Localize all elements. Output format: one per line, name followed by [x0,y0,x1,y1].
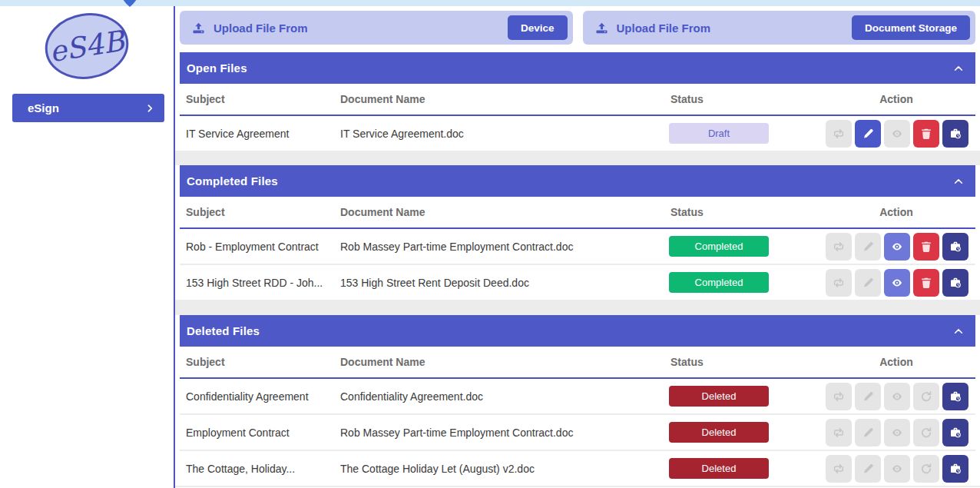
column-header-subject: Subject [180,356,340,368]
section-header-deleted-files[interactable]: Deleted Files [180,315,975,347]
resend-icon [833,241,845,253]
restore-icon [920,390,932,403]
edit-button [855,383,881,410]
view-icon [891,277,903,289]
column-header-action: Action [822,356,975,368]
audit-icon [949,128,962,140]
sidebar: eS4B eSign [0,6,174,488]
restore-button [913,383,939,410]
view-button[interactable] [884,269,910,297]
delete-icon [920,128,932,140]
section-header-completed-files[interactable]: Completed Files [180,165,975,197]
edit-button [855,269,881,297]
view-icon [891,390,903,403]
audit-icon [949,241,962,253]
view-button[interactable] [884,233,910,261]
upload-bar-device: Upload File From Device [180,11,573,45]
upload-icon [192,22,205,35]
resend-icon [833,427,845,439]
upload-document-storage-button[interactable]: Document Storage [852,15,970,40]
upload-bar-document-storage: Upload File From Document Storage [583,11,976,45]
column-header-document-name: Document Name [340,356,669,368]
section-gap [175,151,980,165]
section-open-files: Open Files Subject Document Name Status … [180,52,975,151]
edit-button[interactable] [855,120,881,148]
view-button [884,455,910,483]
edit-button [855,233,881,261]
section-deleted-files: Deleted Files Subject Document Name Stat… [180,315,975,486]
upload-label: Upload File From [214,22,508,35]
column-header-document-name: Document Name [340,206,669,218]
restore-icon [920,463,932,475]
audit-icon [949,427,962,439]
table-row: Rob - Employment Contract Rob Massey Par… [180,229,975,265]
bottom-divider [175,486,980,487]
view-icon [891,241,903,253]
status-badge: Draft [669,123,769,144]
edit-icon [862,128,874,140]
delete-button[interactable] [913,269,939,297]
audit-history-button[interactable] [942,455,968,483]
table-row: 153 High Street RDD - Joh... 153 High St… [180,265,975,300]
view-button [884,383,910,410]
status-badge: Deleted [669,422,769,443]
audit-history-button[interactable] [942,120,968,148]
audit-history-button[interactable] [942,419,968,447]
audit-icon [949,277,962,289]
row-subject: IT Service Agreement [180,128,340,140]
restore-button [913,455,939,483]
row-document-name: Rob Massey Part-time Employment Contract… [340,241,669,253]
upload-label: Upload File From [617,22,852,35]
row-document-name: Rob Massey Part-time Employment Contract… [340,427,669,439]
delete-icon [920,241,932,253]
status-badge: Deleted [669,386,769,407]
edit-icon [862,241,874,253]
main-content: Upload File From Device Upload File From… [175,6,980,488]
resend-icon [833,128,845,140]
resend-icon [833,390,845,403]
audit-icon [949,463,962,475]
delete-button[interactable] [913,120,939,148]
delete-button[interactable] [913,233,939,261]
resend-button [826,233,852,261]
row-document-name: Confidentiality Agreement.doc [340,390,669,403]
resend-button [826,455,852,483]
resend-button [826,120,852,148]
app-logo: eS4B [0,6,174,83]
audit-history-button[interactable] [942,233,968,261]
column-header-document-name: Document Name [340,93,669,105]
sidebar-item-label: eSign [28,101,59,115]
table-row: IT Service Agreement IT Service Agreemen… [180,116,975,151]
column-header-action: Action [822,206,975,218]
collapse-icon[interactable] [952,62,965,75]
row-document-name: The Cottage Holiday Let (August) v2.doc [340,463,669,475]
audit-history-button[interactable] [942,269,968,297]
row-document-name: 153 High Street Rent Deposit Deed.doc [340,277,669,289]
status-badge: Deleted [669,458,769,479]
edit-icon [862,463,874,475]
resend-icon [833,277,845,289]
row-document-name: IT Service Agreement.doc [340,128,669,140]
audit-history-button[interactable] [942,383,968,410]
collapse-icon[interactable] [952,175,965,188]
restore-button [913,419,939,447]
table-header: Subject Document Name Status Action [180,347,975,379]
resend-button [826,269,852,297]
upload-device-button[interactable]: Device [508,15,568,40]
row-subject: 153 High Street RDD - Joh... [180,277,340,289]
status-badge: Completed [669,236,769,257]
cursor-tip [121,0,138,7]
section-header-open-files[interactable]: Open Files [180,52,975,84]
edit-icon [862,277,874,289]
row-subject: Employment Contract [180,427,340,439]
table-row: The Cottage, Holiday... The Cottage Holi… [180,451,975,486]
column-header-status: Status [669,93,822,105]
sidebar-item-esign[interactable]: eSign [12,94,164,122]
status-badge: Completed [669,272,769,293]
edit-button [855,455,881,483]
collapse-icon[interactable] [952,325,965,337]
view-button [884,419,910,447]
top-accent-strip [0,0,980,6]
section-completed-files: Completed Files Subject Document Name St… [180,165,975,300]
column-header-action: Action [822,93,975,105]
